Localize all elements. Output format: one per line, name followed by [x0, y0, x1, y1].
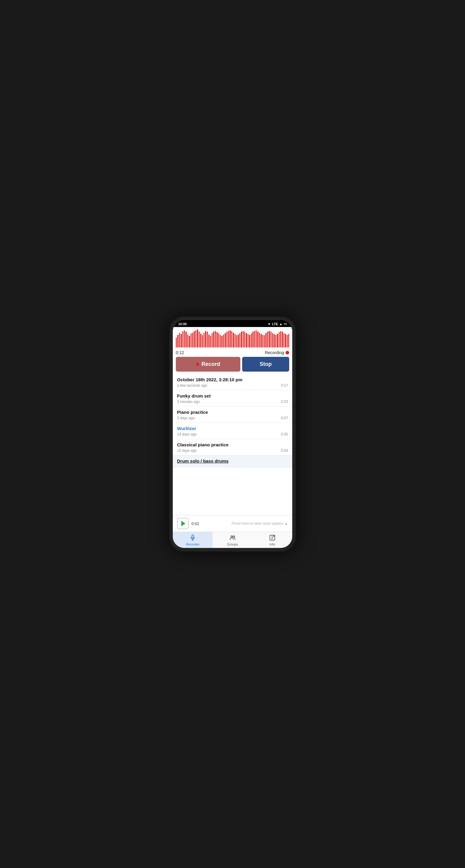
waveform-bar	[192, 333, 193, 347]
recording-duration: 0:07	[281, 416, 288, 420]
recording-meta: 3 days ago 0:07	[177, 416, 288, 420]
recordings-list[interactable]: October 18th 2022, 3:28:10 pm a few seco…	[173, 374, 292, 515]
record-button[interactable]: Record	[176, 357, 240, 372]
waveform-bar	[227, 332, 227, 347]
waveform-bar	[262, 335, 263, 347]
waveform-bar	[273, 334, 274, 347]
play-icon	[181, 521, 185, 526]
recording-status: Recording	[265, 350, 289, 355]
waveform-bar	[202, 335, 203, 347]
waveform-bar	[182, 331, 183, 347]
waveform-bar	[215, 331, 216, 347]
waveform-bar	[277, 334, 278, 347]
waveform-bar	[230, 330, 230, 347]
expand-arrow-icon[interactable]: ▲	[284, 521, 288, 526]
waveform-bar	[176, 338, 177, 347]
waveform-bar	[248, 334, 249, 347]
recording-meta: 3 minutes ago 0:23	[177, 400, 288, 404]
recording-item[interactable]: Drum solo / bass drums	[173, 456, 292, 467]
waveform-bar	[257, 332, 258, 347]
waveform-bar	[238, 335, 238, 347]
waveform-bar	[259, 333, 260, 347]
waveform-bar	[246, 333, 247, 347]
waveform-bar	[216, 332, 217, 347]
waveform-bar	[253, 332, 253, 347]
timer-display: 0:12	[176, 350, 184, 355]
nav-item-groups[interactable]: Groups	[212, 532, 253, 548]
waveform-area	[173, 327, 292, 349]
recording-duration: 0:17	[281, 383, 288, 388]
waveform-bar	[287, 335, 288, 347]
nav-item-info[interactable]: ♪ Info	[253, 532, 292, 548]
status-time: 10:00	[178, 322, 187, 326]
nav-item-recorder[interactable]: Recorder	[173, 532, 212, 548]
status-right: ▼ LTE ▲ ▭	[267, 322, 287, 326]
recording-time-ago: a few seconds ago	[177, 383, 207, 388]
waveform-bar	[184, 330, 185, 347]
waveform-bar	[254, 331, 255, 347]
waveform-bar	[233, 333, 234, 347]
recording-time-ago: 14 days ago	[177, 432, 197, 436]
recording-item[interactable]: October 18th 2022, 3:28:10 pm a few seco…	[173, 374, 292, 390]
player-hint-text: Press here to view more options ▲	[202, 521, 288, 526]
waveform-bar	[267, 332, 268, 347]
recording-item[interactable]: Wurlitzer 14 days ago 0:05	[173, 423, 292, 439]
waveform-bar	[220, 335, 221, 347]
waveform-bar	[239, 333, 240, 347]
recording-duration: 0:23	[281, 400, 288, 404]
waveform-bar	[210, 336, 211, 347]
timer-row: 0:12 Recording	[173, 349, 292, 357]
phone-inner: 10:00 ▼ LTE ▲ ▭ 0:12 Recording	[173, 320, 292, 548]
recording-item[interactable]: Piano practice 3 days ago 0:07	[173, 407, 292, 423]
waveform-bar	[189, 336, 190, 347]
buttons-row: Record Stop	[173, 357, 292, 374]
recording-item[interactable]: Funky drum set 3 minutes ago 0:23	[173, 390, 292, 407]
waveform-bar	[213, 332, 214, 347]
stop-button[interactable]: Stop	[242, 357, 289, 372]
recording-title: Drum solo / bass drums	[177, 458, 288, 464]
waveform-bar	[244, 332, 245, 347]
waveform-bar	[235, 334, 235, 347]
waveform-bar	[251, 333, 252, 347]
recording-meta: 15 days ago 0:04	[177, 448, 288, 453]
waveform-bar	[269, 331, 269, 347]
record-button-label: Record	[201, 361, 220, 367]
svg-text:♪: ♪	[273, 535, 274, 537]
groups-icon	[229, 534, 236, 542]
lte-label: LTE	[272, 322, 278, 326]
waveform-bar	[187, 335, 188, 347]
play-button[interactable]	[177, 518, 188, 529]
waveform-bar	[223, 335, 224, 347]
waveform-bar	[221, 336, 222, 347]
waveform-bar	[241, 332, 242, 347]
waveform-visualization	[176, 330, 289, 347]
recording-duration: 0:04	[281, 448, 288, 453]
status-bar: 10:00 ▼ LTE ▲ ▭	[173, 320, 292, 327]
recording-meta: 14 days ago 0:05	[177, 432, 288, 436]
recording-time-ago: 15 days ago	[177, 448, 197, 453]
waveform-bar	[225, 333, 226, 347]
recorder-nav-label: Recorder	[186, 542, 199, 546]
waveform-bar	[265, 333, 266, 347]
waveform-bar	[272, 333, 273, 347]
waveform-bar	[264, 335, 265, 347]
waveform-bar	[256, 330, 257, 347]
groups-nav-label: Groups	[227, 542, 238, 546]
wifi-icon: ▼	[267, 322, 271, 326]
waveform-bar	[177, 335, 178, 347]
waveform-bar	[197, 330, 198, 347]
player-time-display: 0:02	[192, 521, 199, 526]
waveform-bar	[194, 331, 195, 347]
waveform-bar	[204, 333, 204, 347]
waveform-bar	[236, 335, 237, 347]
recording-time-ago: 3 minutes ago	[177, 400, 200, 404]
waveform-bar	[196, 330, 196, 347]
waveform-bar	[199, 332, 200, 347]
waveform-bar	[205, 331, 206, 347]
waveform-bar	[212, 333, 212, 347]
waveform-bar	[207, 332, 208, 347]
waveform-bar	[270, 332, 271, 347]
recorder-icon	[190, 534, 196, 542]
recording-item[interactable]: Classical piano practice 15 days ago 0:0…	[173, 439, 292, 456]
player-row: 0:02 Press here to view more options ▲	[173, 515, 292, 532]
